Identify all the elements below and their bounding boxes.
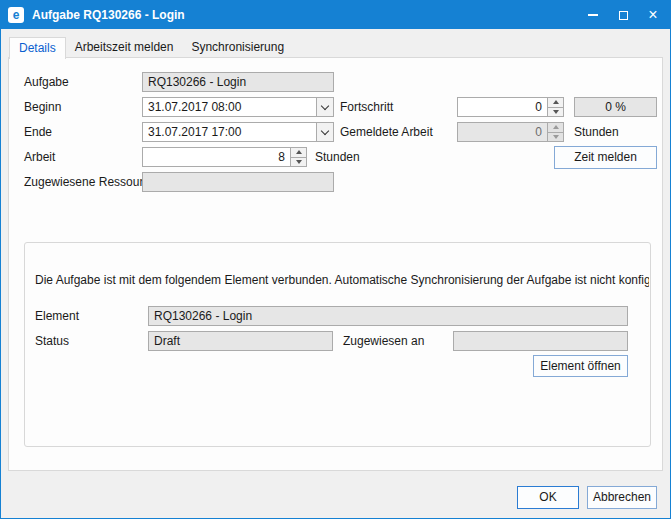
beginn-value: 31.07.2017 08:00	[143, 98, 316, 116]
tab-strip: Details Arbeitszeit melden Synchronisier…	[9, 37, 293, 58]
details-tab-panel: Aufgabe RQ130266 - Login Beginn 31.07.20…	[8, 57, 663, 471]
fortschritt-percent-field: 0 %	[574, 97, 657, 117]
fortschritt-spinner[interactable]: 0	[457, 97, 564, 117]
minimize-button[interactable]	[578, 1, 608, 29]
cancel-button[interactable]: Abbrechen	[587, 486, 657, 509]
chevron-down-icon	[321, 126, 329, 134]
dialog-window: e Aufgabe RQ130266 - Login × Details Arb…	[0, 0, 671, 519]
minimize-icon	[588, 14, 598, 16]
zeit-melden-button[interactable]: Zeit melden	[554, 146, 657, 169]
window-controls: ×	[578, 1, 668, 29]
ende-dropdown-button[interactable]	[316, 123, 333, 141]
spin-up-icon	[296, 150, 302, 154]
element-oeffnen-button[interactable]: Element öffnen	[533, 355, 628, 377]
app-icon: e	[8, 7, 24, 23]
close-button[interactable]: ×	[638, 1, 668, 29]
gemeldete-arbeit-value: 0	[458, 123, 547, 141]
maximize-icon	[619, 11, 628, 20]
spin-down-button[interactable]	[548, 107, 563, 117]
arbeit-label: Arbeit	[24, 150, 55, 164]
zugewiesene-ressource-label: Zugewiesene Ressource	[24, 175, 156, 189]
element-field: RQ130266 - Login	[148, 306, 628, 326]
ende-datepicker[interactable]: 31.07.2017 17:00	[142, 122, 334, 142]
ende-value: 31.07.2017 17:00	[143, 123, 316, 141]
chevron-down-icon	[321, 101, 329, 109]
sync-groupbox: Die Aufgabe ist mit dem folgendem Elemen…	[24, 242, 651, 447]
aufgabe-label: Aufgabe	[24, 75, 69, 89]
window-title: Aufgabe RQ130266 - Login	[32, 8, 185, 22]
fortschritt-label: Fortschritt	[340, 100, 393, 114]
ok-button[interactable]: OK	[517, 486, 579, 509]
spin-down-icon	[553, 110, 559, 114]
zugewiesene-ressource-field	[142, 172, 334, 192]
spin-up-icon	[553, 100, 559, 104]
fortschritt-value: 0	[458, 98, 547, 116]
zugewiesen-an-label: Zugewiesen an	[343, 334, 424, 348]
beginn-label: Beginn	[24, 100, 61, 114]
close-icon: ×	[648, 7, 657, 23]
spin-down-icon	[553, 135, 559, 139]
spin-up-button[interactable]	[548, 98, 563, 107]
arbeit-unit-label: Stunden	[315, 150, 360, 164]
tab-arbeitszeit-melden[interactable]: Arbeitszeit melden	[66, 37, 183, 58]
arbeit-value: 8	[143, 148, 290, 166]
gemeldete-arbeit-spinner: 0	[457, 122, 564, 142]
titlebar[interactable]: e Aufgabe RQ130266 - Login ×	[1, 1, 670, 29]
gemeldete-arbeit-label: Gemeldete Arbeit	[340, 125, 433, 139]
beginn-dropdown-button[interactable]	[316, 98, 333, 116]
spin-down-button	[548, 132, 563, 142]
beginn-datepicker[interactable]: 31.07.2017 08:00	[142, 97, 334, 117]
status-label: Status	[35, 334, 69, 348]
spin-up-icon	[553, 125, 559, 129]
ende-label: Ende	[24, 125, 52, 139]
spin-down-icon	[296, 160, 302, 164]
element-label: Element	[35, 309, 79, 323]
fortschritt-spin-buttons	[547, 98, 563, 116]
maximize-button[interactable]	[608, 1, 638, 29]
aufgabe-field: RQ130266 - Login	[142, 72, 334, 92]
arbeit-spinner[interactable]: 8	[142, 147, 307, 167]
gemeldete-arbeit-unit-label: Stunden	[574, 125, 619, 139]
status-field: Draft	[148, 331, 333, 351]
spin-up-button	[548, 123, 563, 132]
arbeit-spin-buttons	[290, 148, 306, 166]
sync-info-text: Die Aufgabe ist mit dem folgendem Elemen…	[35, 273, 649, 288]
spin-down-button[interactable]	[291, 157, 306, 167]
spin-up-button[interactable]	[291, 148, 306, 157]
tab-details[interactable]: Details	[9, 37, 66, 59]
gemeldete-arbeit-spin-buttons	[547, 123, 563, 141]
tab-synchronisierung[interactable]: Synchronisierung	[182, 37, 293, 58]
zugewiesen-an-field	[453, 331, 628, 351]
